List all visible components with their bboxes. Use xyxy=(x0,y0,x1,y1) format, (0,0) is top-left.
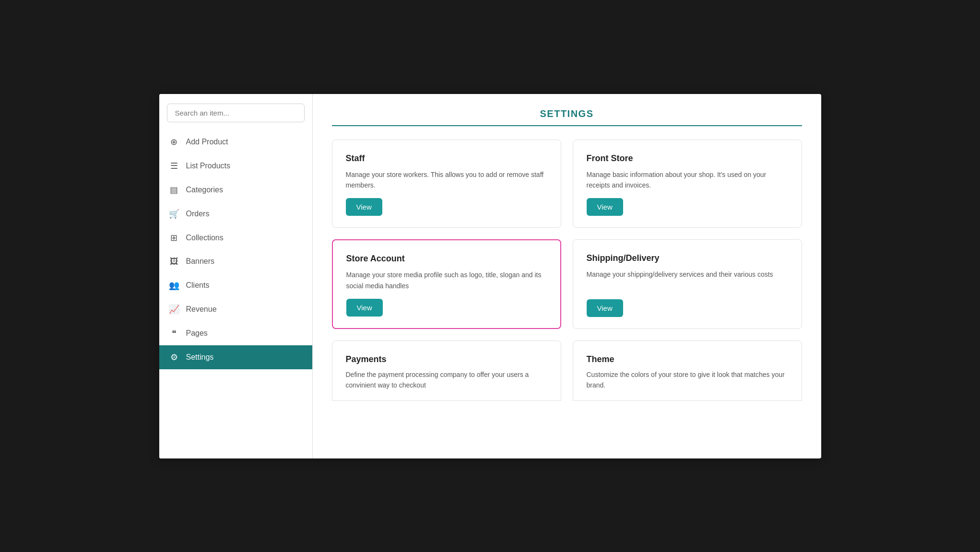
card-staff: StaffManage your store workers. This all… xyxy=(332,140,561,228)
card-store-account: Store AccountManage your store media pro… xyxy=(332,239,561,329)
collections-icon: ⊞ xyxy=(169,233,179,243)
sidebar-item-settings[interactable]: ⚙Settings xyxy=(159,345,312,369)
view-button-staff[interactable]: View xyxy=(346,198,382,216)
app-container: ⊕Add Product☰List Products▤Categories🛒Or… xyxy=(159,94,821,458)
sidebar-item-orders[interactable]: 🛒Orders xyxy=(159,202,312,226)
sidebar-item-clients[interactable]: 👥Clients xyxy=(159,273,312,297)
card-description-front-store: Manage basic information about your shop… xyxy=(587,169,788,191)
sidebar-item-label-add-product: Add Product xyxy=(186,138,228,146)
sidebar-item-label-settings: Settings xyxy=(186,353,214,362)
card-description-store-account: Manage your store media profile such as … xyxy=(346,270,547,291)
main-content: SETTINGS StaffManage your store workers.… xyxy=(313,94,821,458)
sidebar-item-label-clients: Clients xyxy=(186,281,210,290)
orders-icon: 🛒 xyxy=(169,209,179,219)
card-description-theme: Customize the colors of your store to gi… xyxy=(587,369,788,391)
bottom-cards-row: PaymentsDefine the payment processing co… xyxy=(332,341,802,401)
revenue-icon: 📈 xyxy=(169,304,179,315)
card-shipping-delivery: Shipping/DeliveryManage your shipping/de… xyxy=(573,239,802,329)
sidebar-nav: ⊕Add Product☰List Products▤Categories🛒Or… xyxy=(159,130,312,369)
sidebar-item-label-list-products: List Products xyxy=(186,162,230,170)
card-title-staff: Staff xyxy=(346,153,547,164)
sidebar-item-label-revenue: Revenue xyxy=(186,305,217,314)
cards-grid: StaffManage your store workers. This all… xyxy=(332,140,802,329)
sidebar-item-label-banners: Banners xyxy=(186,257,215,266)
sidebar-item-label-orders: Orders xyxy=(186,210,210,218)
sidebar: ⊕Add Product☰List Products▤Categories🛒Or… xyxy=(159,94,313,458)
card-title-theme: Theme xyxy=(587,354,788,364)
view-button-front-store[interactable]: View xyxy=(587,198,623,216)
sidebar-item-add-product[interactable]: ⊕Add Product xyxy=(159,130,312,154)
card-theme: ThemeCustomize the colors of your store … xyxy=(573,341,802,401)
clients-icon: 👥 xyxy=(169,280,179,291)
card-title-payments: Payments xyxy=(346,354,547,364)
sidebar-item-list-products[interactable]: ☰List Products xyxy=(159,154,312,178)
categories-icon: ▤ xyxy=(169,185,179,195)
card-title-store-account: Store Account xyxy=(346,254,547,264)
list-products-icon: ☰ xyxy=(169,161,179,171)
card-payments: PaymentsDefine the payment processing co… xyxy=(332,341,561,401)
view-button-store-account[interactable]: View xyxy=(346,299,383,317)
settings-icon: ⚙ xyxy=(169,352,179,363)
sidebar-item-collections[interactable]: ⊞Collections xyxy=(159,226,312,250)
card-description-staff: Manage your store workers. This allows y… xyxy=(346,169,547,191)
card-description-payments: Define the payment processing company to… xyxy=(346,369,547,391)
sidebar-item-pages[interactable]: ❝Pages xyxy=(159,321,312,345)
search-container xyxy=(159,104,312,130)
pages-icon: ❝ xyxy=(169,328,179,339)
search-input[interactable] xyxy=(167,104,305,122)
view-button-shipping-delivery[interactable]: View xyxy=(587,299,623,317)
card-description-shipping-delivery: Manage your shipping/delivery services a… xyxy=(587,269,788,292)
add-product-icon: ⊕ xyxy=(169,137,179,147)
sidebar-item-label-collections: Collections xyxy=(186,234,224,242)
card-front-store: Front StoreManage basic information abou… xyxy=(573,140,802,228)
page-title: SETTINGS xyxy=(332,108,802,126)
card-title-shipping-delivery: Shipping/Delivery xyxy=(587,253,788,263)
banners-icon: 🖼 xyxy=(169,257,179,267)
sidebar-item-label-pages: Pages xyxy=(186,329,208,338)
sidebar-item-banners[interactable]: 🖼Banners xyxy=(159,250,312,273)
card-title-front-store: Front Store xyxy=(587,153,788,164)
sidebar-item-revenue[interactable]: 📈Revenue xyxy=(159,297,312,321)
sidebar-item-label-categories: Categories xyxy=(186,186,223,194)
sidebar-item-categories[interactable]: ▤Categories xyxy=(159,178,312,202)
